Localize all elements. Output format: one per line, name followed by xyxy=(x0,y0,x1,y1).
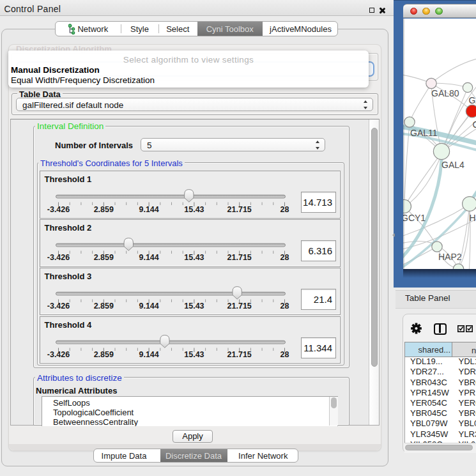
svg-text:GCY1: GCY1 xyxy=(403,213,426,223)
svg-text:HI: HI xyxy=(470,213,476,223)
svg-text:GA: GA xyxy=(469,95,476,105)
svg-text:HAP2: HAP2 xyxy=(438,252,462,262)
svg-text:C: C xyxy=(473,119,476,130)
svg-text:GAL80: GAL80 xyxy=(431,88,459,98)
svg-text:GAL4: GAL4 xyxy=(441,160,464,170)
svg-text:GAL11: GAL11 xyxy=(410,128,438,138)
